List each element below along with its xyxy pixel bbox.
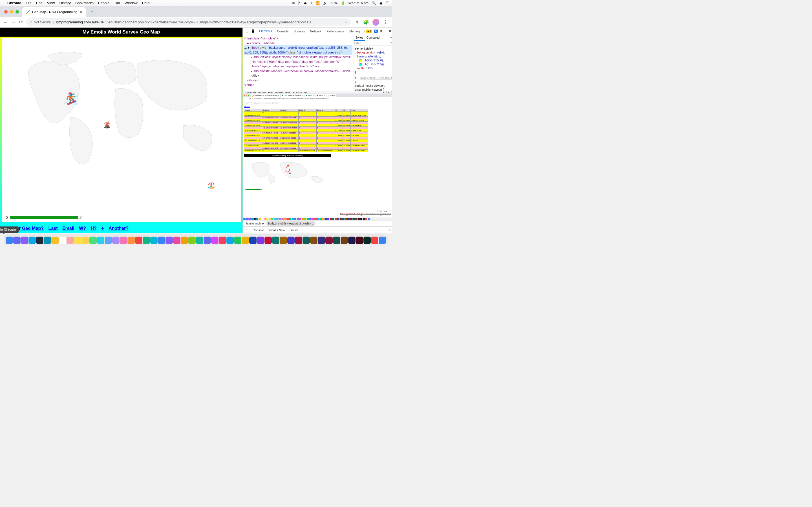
dock-app-icon[interactable]	[310, 237, 317, 244]
tab-close-button[interactable]: ✕	[80, 10, 82, 14]
devtools-warning-count[interactable]: ▲1	[366, 30, 372, 33]
dock-app-icon[interactable]	[181, 237, 188, 244]
devtools-tab-network[interactable]: Network	[308, 29, 324, 34]
dock-app-icon[interactable]	[242, 237, 249, 244]
dock-app-icon[interactable]	[204, 237, 211, 244]
dock-app-icon[interactable]	[348, 237, 356, 244]
dock-app-icon[interactable]	[234, 237, 241, 244]
styles-filter-input[interactable]	[354, 42, 390, 45]
dock-app-icon[interactable]	[226, 237, 234, 244]
drawer-tab-whatsnew[interactable]: What's New	[268, 228, 285, 232]
dock-app-icon[interactable]	[97, 237, 104, 244]
device-mode-icon[interactable]: 📱	[250, 29, 256, 33]
dock-app-icon[interactable]	[82, 237, 89, 244]
inspect-icon[interactable]: ⬚	[245, 29, 250, 33]
styles-rules[interactable]: element.style { background: ▸ -webkit-li…	[354, 46, 392, 91]
dock-app-icon[interactable]	[363, 237, 371, 244]
devtools-settings-icon[interactable]: ⚙	[379, 29, 382, 33]
window-traffic-lights[interactable]	[4, 10, 19, 13]
link-last[interactable]: Last	[49, 226, 58, 231]
menubar-bookmarks[interactable]: Bookmarks	[75, 1, 94, 5]
bookmark-star-icon[interactable]: ☆	[344, 20, 348, 24]
dock-app-icon[interactable]	[295, 237, 302, 244]
dock-app-icon[interactable]	[264, 237, 272, 244]
dock-app-icon[interactable]	[371, 237, 378, 244]
devtools-info-count[interactable]: 6	[374, 30, 378, 33]
styles-tabs-overflow[interactable]: »	[389, 35, 392, 41]
devtools-tab-console[interactable]: Console	[275, 29, 291, 34]
map-marker-umbrella[interactable]: 🏖️	[207, 182, 215, 189]
menubar-window[interactable]: Window	[124, 1, 137, 5]
styles-tab-computed[interactable]: Computed	[365, 35, 381, 41]
dock-app-icon[interactable]	[333, 237, 340, 244]
menubar-view[interactable]: View	[47, 1, 55, 5]
devtools-tabs-overflow[interactable]: »	[363, 30, 365, 33]
link-w[interactable]: W?	[79, 226, 86, 231]
link-h[interactable]: H?	[91, 226, 96, 231]
menubar-people[interactable]: People	[98, 1, 109, 5]
zoom-window-button[interactable]	[15, 10, 19, 13]
devtools-tab-memory[interactable]: Memory	[347, 29, 363, 34]
chrome-menu-icon[interactable]: ⋮	[383, 19, 388, 25]
dock-app-icon[interactable]	[135, 237, 142, 244]
dock-app-icon[interactable]	[219, 237, 226, 244]
menubar-history[interactable]: History	[59, 1, 70, 5]
menubar-edit[interactable]: Edit	[36, 1, 42, 5]
drawer-close-icon[interactable]: ✕	[388, 228, 391, 232]
dock-app-icon[interactable]	[150, 237, 158, 244]
dock-app-icon[interactable]	[173, 237, 181, 244]
dock-app-icon[interactable]	[21, 237, 28, 244]
map-marker-volcano[interactable]: 🌋	[103, 121, 111, 129]
dock-app-icon[interactable]	[272, 237, 280, 244]
menubar-file[interactable]: File	[26, 1, 32, 5]
dock-app-icon[interactable]	[257, 237, 264, 244]
link-plus[interactable]: +	[101, 226, 104, 231]
drawer-menu-icon[interactable]: ⋮	[245, 228, 248, 232]
dock-app-icon[interactable]	[341, 237, 348, 244]
dock-app-icon[interactable]	[105, 237, 112, 244]
dock-app-icon[interactable]	[249, 237, 257, 244]
dock-app-icon[interactable]	[303, 237, 310, 244]
security-indicator[interactable]: ⚠ Not Secure	[30, 20, 51, 24]
new-tab-button[interactable]: +	[88, 8, 96, 16]
dock-app-icon[interactable]	[196, 237, 203, 244]
dock-app-icon[interactable]	[280, 237, 287, 244]
geo-map[interactable]: 🏂 🌋 🏖️ 2 2	[2, 38, 241, 222]
drawer-tab-console[interactable]: Console	[253, 228, 264, 232]
menubar-tab[interactable]: Tab	[114, 1, 120, 5]
dock-app-icon[interactable]	[112, 237, 119, 244]
dock-app-icon[interactable]	[51, 237, 59, 244]
wifi-icon[interactable]: 📶	[315, 1, 320, 5]
devtools-tab-performance[interactable]: Performance	[324, 29, 347, 34]
extension-icon[interactable]: ▼	[354, 19, 360, 25]
notifications-icon[interactable]: ☰	[386, 1, 389, 5]
back-button[interactable]: ←	[3, 20, 8, 25]
dock-app-icon[interactable]	[13, 237, 20, 244]
menubar-status-icon[interactable]: ᛗ	[298, 1, 300, 5]
address-bar[interactable]: ⚠ Not Secure | rjmprogramming.com.au/PHP…	[26, 18, 351, 26]
breadcrumb-body[interactable]: body.ui-mobile-viewport.ui-overlay-c	[266, 221, 315, 226]
menubar-status-icon[interactable]: ⌘	[292, 1, 295, 5]
devtools-close-icon[interactable]: ✕	[389, 29, 391, 33]
devtools-tab-sources[interactable]: Sources	[291, 29, 307, 34]
dock-app-icon[interactable]	[29, 237, 36, 244]
airplay-icon[interactable]: ⏏	[304, 1, 307, 5]
drawer-tab-issues[interactable]: Issues	[290, 228, 299, 232]
link-email[interactable]: Email	[62, 226, 74, 231]
browser-tab[interactable]: 🖌️ Geo Map - RJM Programming ✕	[22, 7, 86, 17]
profile-avatar[interactable]	[372, 19, 379, 25]
dock-app-icon[interactable]	[318, 237, 325, 244]
dock-app-icon[interactable]	[128, 237, 135, 244]
dock-app-icon[interactable]	[158, 237, 165, 244]
styles-hov-toggle[interactable]: :hov	[390, 42, 392, 45]
clock[interactable]: Wed 7:16 pm	[349, 1, 368, 5]
devtools-dom-tree[interactable]: <html class="ui-mobile"> ▸ <head>…</head…	[243, 35, 354, 91]
styles-tab-styles[interactable]: Styles	[354, 35, 365, 41]
dock-app-icon[interactable]	[59, 237, 66, 244]
dock-app-icon[interactable]	[120, 237, 127, 244]
battery-icon[interactable]: 🔋	[341, 1, 345, 5]
dock-app-icon[interactable]	[287, 237, 295, 244]
map-marker-skier[interactable]: 🏂	[64, 92, 79, 106]
dock-app-icon[interactable]	[378, 237, 386, 244]
dock-app-icon[interactable]	[89, 237, 97, 244]
